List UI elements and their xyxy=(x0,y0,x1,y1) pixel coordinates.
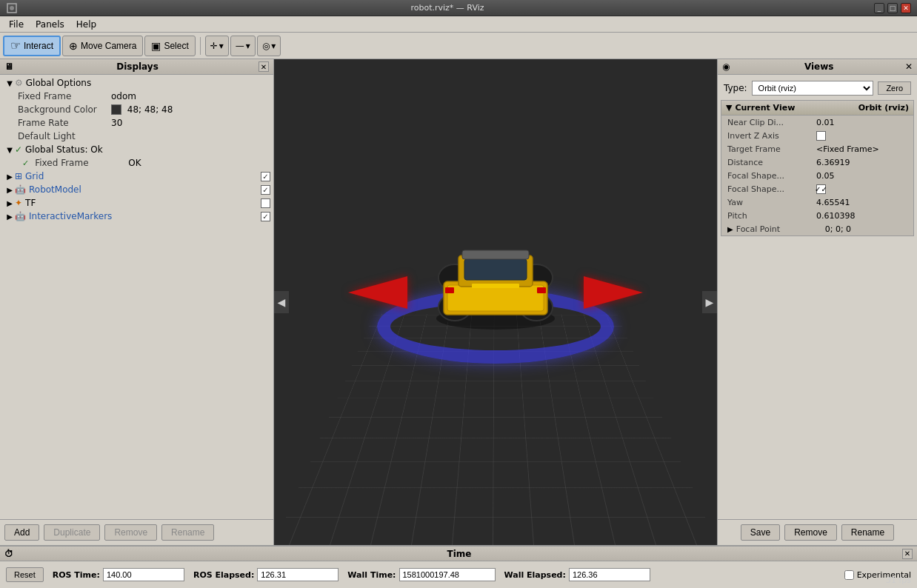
viewport-nav-right[interactable]: ▶ xyxy=(702,291,717,313)
view-prop-5: Focal Shape... ✓ xyxy=(721,182,913,196)
interactive-markers-expand: ▶ xyxy=(6,213,13,221)
background-color-label: Background Color xyxy=(15,104,111,115)
current-view-header[interactable]: ▼ Current View Orbit (rviz) xyxy=(721,101,913,116)
select-button[interactable]: ▣ Select xyxy=(144,36,195,56)
svg-rect-8 xyxy=(447,285,544,311)
robot-model-item[interactable]: ▶ 🤖 RobotModel xyxy=(0,183,273,196)
add-button[interactable]: Add xyxy=(4,524,39,541)
robot-model-expand: ▶ xyxy=(6,186,13,194)
displays-panel: 🖥 Displays ✕ ▼ ⚙ Global Options Fixed Fr… xyxy=(0,59,274,545)
views-footer: Save Remove Rename xyxy=(718,519,917,545)
interactive-markers-item[interactable]: ▶ 🤖 InteractiveMarkers xyxy=(0,210,273,223)
remove-button[interactable]: Remove xyxy=(104,524,157,541)
svg-rect-10 xyxy=(464,259,527,280)
robot-model-checkbox[interactable] xyxy=(261,185,270,195)
toolbar: ☞ Interact ⊕ Move Camera ▣ Select ✛ ▾ — … xyxy=(0,33,917,59)
focal-shape-enabled-checkbox[interactable]: ✓ xyxy=(816,184,826,194)
interact-button[interactable]: ☞ Interact xyxy=(3,36,61,56)
svg-rect-14 xyxy=(472,284,519,288)
ros-elapsed-input[interactable] xyxy=(257,568,339,581)
grid-icon: ⊞ xyxy=(15,171,22,181)
global-options-icon: ⚙ xyxy=(15,78,23,88)
wall-time-input[interactable] xyxy=(399,568,496,581)
dropdown-arrow-3: ▾ xyxy=(271,41,276,51)
interactive-markers-label: InteractiveMarkers xyxy=(29,211,261,221)
arrow-dropdown[interactable]: — ▾ xyxy=(230,36,256,56)
current-view-expand: ▼ xyxy=(726,103,732,113)
distance-value[interactable]: 6.36919 xyxy=(816,158,907,167)
viewport[interactable]: ◀ ▶ xyxy=(274,59,717,545)
views-type-select[interactable]: Orbit (rviz) xyxy=(752,81,874,96)
move-axis-dropdown[interactable]: ✛ ▾ xyxy=(205,36,229,56)
view-prop-1: Invert Z Axis xyxy=(721,129,913,142)
dropdown-arrow-2: ▾ xyxy=(246,41,250,51)
view-dropdown[interactable]: ◎ ▾ xyxy=(257,36,281,56)
frame-rate-row: Frame Rate 30 xyxy=(0,116,273,130)
close-button[interactable]: ✕ xyxy=(901,3,911,13)
tf-label: TF xyxy=(25,198,261,208)
toolbar-separator-1 xyxy=(200,37,201,55)
select-label: Select xyxy=(164,41,188,51)
fixed-frame-value[interactable]: odom xyxy=(111,91,273,101)
current-view-section: ▼ Current View Orbit (rviz) Near Clip Di… xyxy=(721,100,914,236)
views-rename-button[interactable]: Rename xyxy=(841,524,894,541)
svg-rect-13 xyxy=(537,287,546,293)
menu-file[interactable]: File xyxy=(3,18,30,31)
menu-panels[interactable]: Panels xyxy=(30,18,70,31)
menu-help[interactable]: Help xyxy=(70,18,102,31)
views-type-row: Type: Orbit (rviz) Zero xyxy=(718,78,917,98)
fps-display: 31 fps xyxy=(886,575,911,585)
global-status-item[interactable]: ▼ ✓ Global Status: Ok xyxy=(0,143,273,156)
view-prop-4: Focal Shape... 0.05 xyxy=(721,169,913,182)
gs-fixed-frame-value: OK xyxy=(128,158,273,168)
viewport-nav-left[interactable]: ◀ xyxy=(274,291,289,313)
bottom-bar: ⏱ Time ✕ Reset ROS Time: ROS Elapsed: Wa… xyxy=(0,545,917,588)
time-close-button[interactable]: ✕ xyxy=(902,549,913,559)
titlebar-controls[interactable]: _ □ ✕ xyxy=(874,3,911,13)
grid-checkbox[interactable] xyxy=(261,172,270,181)
global-options-label: Global Options xyxy=(26,78,270,88)
focal-shape-enabled-label: Focal Shape... xyxy=(727,184,816,194)
yaw-value[interactable]: 4.65541 xyxy=(816,198,907,207)
focal-point-value: 0; 0; 0 xyxy=(825,224,907,234)
views-close-button[interactable]: ✕ xyxy=(905,61,913,72)
rename-button[interactable]: Rename xyxy=(161,524,214,541)
titlebar: robot.rviz* — RViz _ □ ✕ xyxy=(0,0,917,16)
global-options-item[interactable]: ▼ ⚙ Global Options xyxy=(0,76,273,90)
wall-elapsed-input[interactable] xyxy=(569,568,650,581)
minimize-button[interactable]: _ xyxy=(874,3,884,13)
reset-button[interactable]: Reset xyxy=(6,567,44,582)
views-type-label: Type: xyxy=(724,83,747,93)
duplicate-button[interactable]: Duplicate xyxy=(44,524,100,541)
move-axis-icon: ✛ xyxy=(210,41,218,51)
pitch-value[interactable]: 0.610398 xyxy=(816,211,907,221)
frame-rate-value[interactable]: 30 xyxy=(111,118,273,128)
near-clip-value[interactable]: 0.01 xyxy=(816,118,907,127)
interactive-markers-checkbox[interactable] xyxy=(261,212,270,221)
focal-shape-size-value[interactable]: 0.05 xyxy=(816,171,907,181)
focal-shape-size-label: Focal Shape... xyxy=(727,171,816,181)
tf-item[interactable]: ▶ ✦ TF xyxy=(0,196,273,210)
views-zero-button[interactable]: Zero xyxy=(878,81,911,95)
current-view-type: Orbit (rviz) xyxy=(858,103,909,113)
views-remove-button[interactable]: Remove xyxy=(784,524,837,541)
maximize-button[interactable]: □ xyxy=(887,3,898,13)
wall-time-label: Wall Time: xyxy=(347,570,396,580)
displays-close-button[interactable]: ✕ xyxy=(259,61,269,72)
focal-point-row: ▶ Focal Point 0; 0; 0 xyxy=(721,222,913,235)
view-prop-7: Pitch 0.610398 xyxy=(721,209,913,222)
near-clip-label: Near Clip Di... xyxy=(727,118,816,127)
invert-z-checkbox[interactable] xyxy=(816,131,826,141)
views-save-button[interactable]: Save xyxy=(741,524,780,541)
tf-checkbox[interactable] xyxy=(261,198,270,208)
background-color-value[interactable]: 48; 48; 48 xyxy=(111,104,273,116)
move-camera-button[interactable]: ⊕ Move Camera xyxy=(62,36,143,56)
experimental-checkbox[interactable] xyxy=(844,570,854,580)
time-title: Time xyxy=(447,549,472,559)
ros-elapsed-field: ROS Elapsed: xyxy=(193,568,339,581)
target-frame-value[interactable]: <Fixed Frame> xyxy=(816,144,907,154)
ros-time-label: ROS Time: xyxy=(53,570,100,580)
robot-model-icon: 🤖 xyxy=(15,184,26,195)
ros-time-input[interactable] xyxy=(103,568,184,581)
grid-item[interactable]: ▶ ⊞ Grid xyxy=(0,170,273,183)
